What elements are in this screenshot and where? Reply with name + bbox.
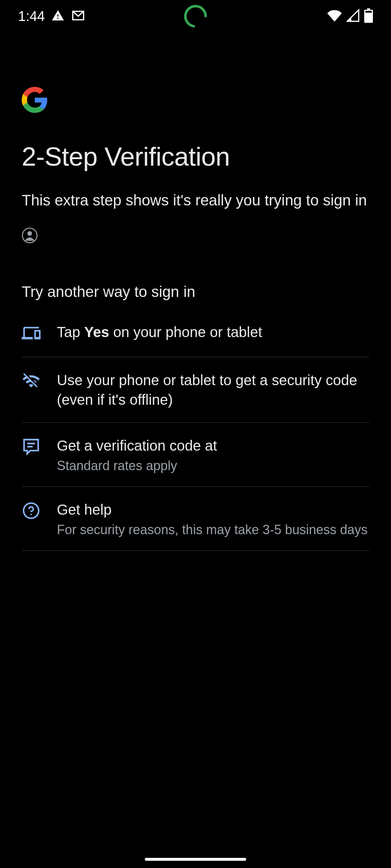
status-left: 1:44 xyxy=(18,8,85,24)
option-subtext: Standard rates apply xyxy=(57,458,369,473)
section-heading: Try another way to sign in xyxy=(22,283,369,301)
option-text: Tap Yes on your phone or tablet xyxy=(57,322,369,342)
warning-icon xyxy=(51,9,64,24)
option-text: Use your phone or tablet to get a securi… xyxy=(57,370,369,409)
devices-icon xyxy=(22,324,41,342)
status-time: 1:44 xyxy=(18,9,45,24)
svg-point-7 xyxy=(30,514,32,515)
battery-icon xyxy=(364,8,373,24)
message-icon xyxy=(22,437,41,456)
google-logo-icon xyxy=(22,87,48,113)
signal-icon xyxy=(346,9,360,24)
help-icon xyxy=(22,501,41,520)
account-avatar-icon[interactable] xyxy=(22,227,38,243)
gmail-icon xyxy=(71,8,85,24)
option-subtext: For security reasons, this may take 3-5 … xyxy=(57,522,369,537)
option-label: Get help xyxy=(57,500,369,519)
main-content: 2-Step Verification This extra step show… xyxy=(0,33,391,551)
page-title: 2-Step Verification xyxy=(22,142,369,171)
option-offline-code[interactable]: Use your phone or tablet to get a securi… xyxy=(22,357,369,423)
loading-spinner-icon xyxy=(183,4,208,29)
option-label: Tap Yes on your phone or tablet xyxy=(57,322,369,342)
wifi-off-icon xyxy=(22,372,41,391)
svg-point-0 xyxy=(184,5,207,28)
navigation-handle[interactable] xyxy=(145,858,246,861)
signin-options-list: Tap Yes on your phone or tablet Use your… xyxy=(22,322,369,551)
option-verification-code[interactable]: Get a verification code at Standard rate… xyxy=(22,423,369,487)
svg-rect-1 xyxy=(365,11,372,13)
option-tap-yes[interactable]: Tap Yes on your phone or tablet xyxy=(22,322,369,357)
option-text: Get help For security reasons, this may … xyxy=(57,500,369,537)
status-bar: 1:44 xyxy=(0,0,391,33)
option-label: Use your phone or tablet to get a securi… xyxy=(57,370,369,409)
option-text: Get a verification code at Standard rate… xyxy=(57,436,369,473)
option-label: Get a verification code at xyxy=(57,436,369,455)
status-right xyxy=(327,8,373,24)
svg-point-3 xyxy=(28,231,32,236)
option-get-help[interactable]: Get help For security reasons, this may … xyxy=(22,487,369,551)
wifi-icon xyxy=(327,8,342,24)
page-subtitle: This extra step shows it's really you tr… xyxy=(22,190,369,211)
